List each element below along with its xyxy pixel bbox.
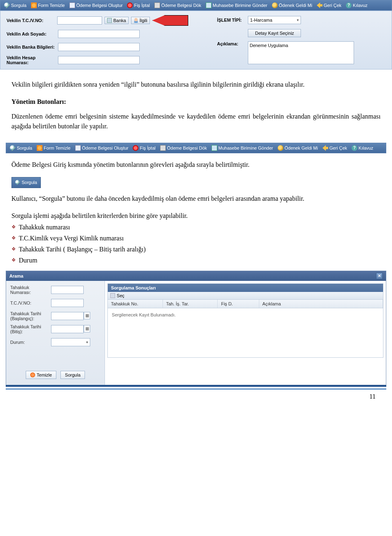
banka-button[interactable]: Banka — [105, 17, 128, 24]
odeme-dok-button[interactable]: Ödeme Belgesi Dök — [153, 2, 203, 9]
btn-label: Temizle — [37, 372, 52, 377]
back-icon — [317, 2, 323, 8]
toolbar-label: Ödeme Belgesi Dök — [167, 146, 207, 150]
mini-btn-label: Banka — [113, 18, 126, 23]
muhasebe-gonder-button[interactable]: Muhasebe Birimine Gönder — [204, 2, 269, 9]
odeme-olustur-button-2[interactable]: Ödeme Belgesi Oluştur — [74, 144, 130, 152]
banka-bilgi-input[interactable] — [58, 43, 140, 51]
cancel-icon — [133, 145, 138, 151]
sorgula-button[interactable]: Sorgula — [2, 2, 28, 9]
kilavuz-button-2[interactable]: ?Kılavuz — [350, 144, 375, 152]
geri-cek-button[interactable]: Geri Çek — [315, 2, 343, 9]
aciklama-textarea[interactable] — [248, 41, 354, 64]
temizle-button[interactable]: Temizle — [26, 371, 56, 379]
toolbar-label: Muhasebe Birimine Gönder — [218, 146, 273, 150]
para-kriter: Sorgula işlemi aşağıda belirtilen kriter… — [11, 211, 381, 221]
sorgula-button-2[interactable]: Sorgula — [8, 144, 34, 152]
odenek-geldi-button[interactable]: Ödenek Geldi Mi — [270, 2, 314, 9]
aciklama-label: Açıklama: — [217, 41, 245, 46]
bitis-label: Tahakkuk Tarihi (Bitiş): — [10, 324, 49, 334]
footer-line-1 — [6, 385, 386, 387]
fis-iptal-button-2[interactable]: Fiş İptal — [131, 144, 157, 152]
chip-label: Sorgula — [22, 179, 37, 186]
list-item: T.C.Kimlik veya Vergi Kimlik numarası — [19, 233, 381, 243]
form-temizle-button[interactable]: Form Temizle — [29, 2, 67, 9]
toolbar-label: Muhasebe Birimine Gönder — [213, 3, 267, 8]
tc-label: Vekilin T.C./V.NO: — [7, 18, 55, 23]
durum-select[interactable]: ▾ — [51, 338, 90, 346]
arama-dialog: Arama ✕ Tahakkuk Numarası: T.C./V.NO: Ta… — [6, 271, 386, 385]
back-icon — [323, 145, 328, 151]
odeme-dok-button-2[interactable]: Ödeme Belgesi Dök — [158, 144, 209, 152]
mini-btn-label: İlgili — [140, 18, 147, 23]
ad-label: Vekilin Adı Soyadı: — [7, 31, 56, 36]
islem-select[interactable]: 1-Harcama ▾ — [248, 16, 301, 24]
sec-button[interactable]: Seç — [117, 293, 125, 298]
ilgili-button[interactable]: İlgili — [131, 17, 150, 24]
chevron-down-icon: ▾ — [297, 18, 299, 22]
main-toolbar: Sorgula Form Temizle Ödeme Belgesi Oluşt… — [0, 0, 392, 11]
arama-tc-input[interactable] — [51, 299, 84, 307]
toolbar-label: Kılavuz — [359, 146, 373, 150]
highlight-arrow — [152, 15, 189, 26]
fis-iptal-button[interactable]: Fiş İptal — [125, 2, 151, 9]
print-icon — [160, 145, 166, 151]
list-item: Tahakkuk numarası — [19, 222, 381, 232]
odenek-geldi-button-2[interactable]: Ödenek Geldi Mi — [276, 144, 320, 152]
results-toolbar: Seç — [108, 292, 383, 300]
clear-icon — [37, 145, 42, 151]
toolbar-label: Ödeme Belgesi Oluştur — [76, 3, 123, 8]
para-yonetim: Düzenlenen ödeme emri belgesinin sisteme… — [11, 112, 381, 131]
para-gorevler: Ödeme Belgesi Giriş kısmında yönetim but… — [11, 160, 381, 170]
page-number: 11 — [0, 390, 392, 408]
toolbar-label: Ödenek Geldi Mi — [279, 3, 312, 8]
durum-label: Durum: — [10, 340, 49, 345]
para-intro: Vekilin bilgileri girildikten sonra yeni… — [11, 80, 381, 90]
person-icon — [134, 18, 138, 23]
toolbar-label: Form Temizle — [44, 146, 71, 150]
grid-header: Tahakkuk No. Tah. İş. Tar. Fiş D. Açıkla… — [108, 300, 383, 308]
toolbar-label: Form Temizle — [38, 3, 65, 8]
vekil-panel: Vekilin T.C./V.NO: Banka İlgili Vekilin … — [0, 11, 392, 70]
calendar-icon[interactable]: ▦ — [84, 312, 90, 319]
baslangic-label: Tahakkuk Tarihi (Başlangıç): — [10, 311, 49, 321]
detay-kayit-button[interactable]: Detay Kayıt Seçiniz — [248, 29, 301, 37]
hesap-input[interactable] — [58, 56, 140, 64]
bank-icon — [107, 18, 112, 23]
sorgula-chip: Sorgula — [11, 177, 41, 188]
tahno-input[interactable] — [51, 286, 84, 294]
close-button[interactable]: ✕ — [376, 273, 383, 279]
geri-cek-button-2[interactable]: Geri Çek — [321, 144, 349, 152]
toolbar-label: Fiş İptal — [134, 3, 150, 8]
help-icon: ? — [352, 145, 357, 151]
odeme-olustur-button[interactable]: Ödeme Belgesi Oluştur — [68, 2, 125, 9]
toolbar-label: Ödeme Belgesi Dök — [161, 3, 201, 8]
arama-sorgula-button[interactable]: Sorgula — [60, 371, 85, 379]
toolbar-label: Geri Çek — [330, 146, 347, 150]
results-header: Sorgulama Sonuçları — [108, 284, 383, 292]
form-temizle-button-2[interactable]: Form Temizle — [35, 144, 72, 152]
muhasebe-gonder-button-2[interactable]: Muhasebe Birimine Gönder — [210, 144, 275, 152]
search-icon — [10, 145, 16, 151]
search-icon — [15, 180, 20, 185]
ad-input[interactable] — [58, 30, 140, 38]
grid-empty: Sergilenecek Kayıt Bulunamadı. — [108, 308, 383, 357]
baslangic-input[interactable] — [51, 312, 84, 320]
islem-label: İŞLEM TİPİ: — [217, 18, 245, 22]
bitis-input[interactable] — [51, 325, 84, 333]
tc-input[interactable] — [57, 16, 102, 25]
doc-icon — [75, 145, 81, 151]
kriter-list: Tahakkuk numarası T.C.Kimlik veya Vergi … — [11, 222, 381, 265]
toolbar-label: Kılavuz — [353, 3, 368, 8]
print-icon — [154, 2, 160, 8]
col-aciklama: Açıklama — [259, 300, 383, 308]
toolbar-label: Fiş İptal — [140, 146, 156, 150]
banka-bilgi-label: Vekilin Banka Bilgileri: — [7, 45, 56, 49]
cancel-icon — [127, 2, 133, 8]
kilavuz-button[interactable]: ?Kılavuz — [344, 2, 369, 9]
arama-results: Sorgulama Sonuçları Seç Tahakkuk No. Tah… — [105, 281, 386, 385]
clear-icon — [31, 2, 37, 8]
toolbar-label: Geri Çek — [324, 3, 341, 8]
calendar-icon[interactable]: ▦ — [84, 325, 90, 332]
select-value: 1-Harcama — [250, 18, 272, 22]
